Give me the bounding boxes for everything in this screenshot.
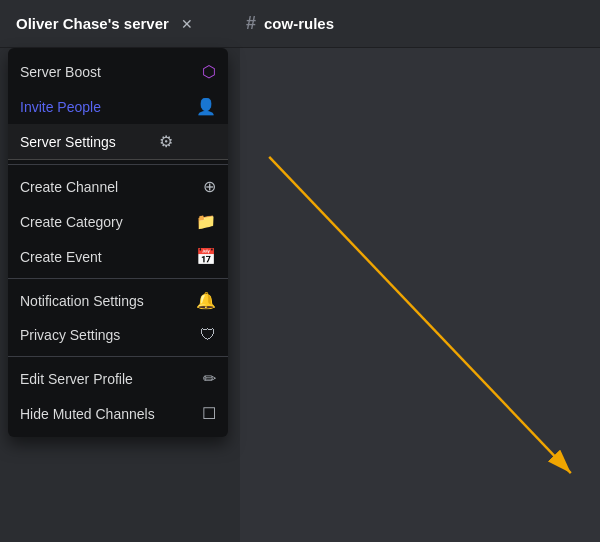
menu-item-privacy-settings[interactable]: Privacy Settings 🛡 xyxy=(8,318,228,352)
annotation-arrow xyxy=(240,48,600,542)
channel-name: cow-rules xyxy=(264,15,334,32)
boost-icon: ⬡ xyxy=(202,62,216,81)
menu-divider-3 xyxy=(8,356,228,357)
server-name: Oliver Chase's server xyxy=(16,15,169,32)
plus-circle-icon: ⊕ xyxy=(203,177,216,196)
svg-line-1 xyxy=(269,157,571,473)
create-event-label: Create Event xyxy=(20,249,102,265)
menu-item-server-boost[interactable]: Server Boost ⬡ xyxy=(8,54,228,89)
bell-icon: 🔔 xyxy=(196,291,216,310)
server-boost-label: Server Boost xyxy=(20,64,101,80)
menu-item-invite-people[interactable]: Invite People 👤 xyxy=(8,89,228,124)
main-content xyxy=(240,48,600,542)
folder-plus-icon: 📁 xyxy=(196,212,216,231)
main-layout: Server Boost ⬡ Invite People 👤 Server Se… xyxy=(0,48,600,542)
calendar-plus-icon: 📅 xyxy=(196,247,216,266)
menu-divider-1 xyxy=(8,164,228,165)
create-channel-label: Create Channel xyxy=(20,179,118,195)
menu-item-notification-settings[interactable]: Notification Settings 🔔 xyxy=(8,283,228,318)
menu-item-hide-muted-channels[interactable]: Hide Muted Channels ☐ xyxy=(8,396,228,431)
menu-item-create-event[interactable]: Create Event 📅 xyxy=(8,239,228,274)
menu-item-create-channel[interactable]: Create Channel ⊕ xyxy=(8,169,228,204)
hide-muted-channels-label: Hide Muted Channels xyxy=(20,406,155,422)
edit-server-profile-label: Edit Server Profile xyxy=(20,371,133,387)
menu-item-edit-server-profile[interactable]: Edit Server Profile ✏ xyxy=(8,361,228,396)
gear-icon: ⚙ xyxy=(159,132,173,151)
invite-icon: 👤 xyxy=(196,97,216,116)
square-icon: ☐ xyxy=(202,404,216,423)
notification-settings-label: Notification Settings xyxy=(20,293,144,309)
create-category-label: Create Category xyxy=(20,214,123,230)
title-bar-left: Oliver Chase's server ✕ xyxy=(16,15,246,32)
menu-item-server-settings[interactable]: Server Settings ⚙ xyxy=(8,124,228,160)
close-server-icon[interactable]: ✕ xyxy=(181,16,193,32)
server-settings-label: Server Settings xyxy=(20,134,116,150)
shield-icon: 🛡 xyxy=(200,326,216,344)
pencil-icon: ✏ xyxy=(203,369,216,388)
menu-item-create-category[interactable]: Create Category 📁 xyxy=(8,204,228,239)
menu-divider-2 xyxy=(8,278,228,279)
title-bar-channel: # cow-rules xyxy=(246,13,334,34)
title-bar: Oliver Chase's server ✕ # cow-rules xyxy=(0,0,600,48)
channel-hash-icon: # xyxy=(246,13,256,34)
invite-people-label: Invite People xyxy=(20,99,101,115)
privacy-settings-label: Privacy Settings xyxy=(20,327,120,343)
context-menu: Server Boost ⬡ Invite People 👤 Server Se… xyxy=(8,48,228,437)
sidebar: Server Boost ⬡ Invite People 👤 Server Se… xyxy=(0,48,240,542)
